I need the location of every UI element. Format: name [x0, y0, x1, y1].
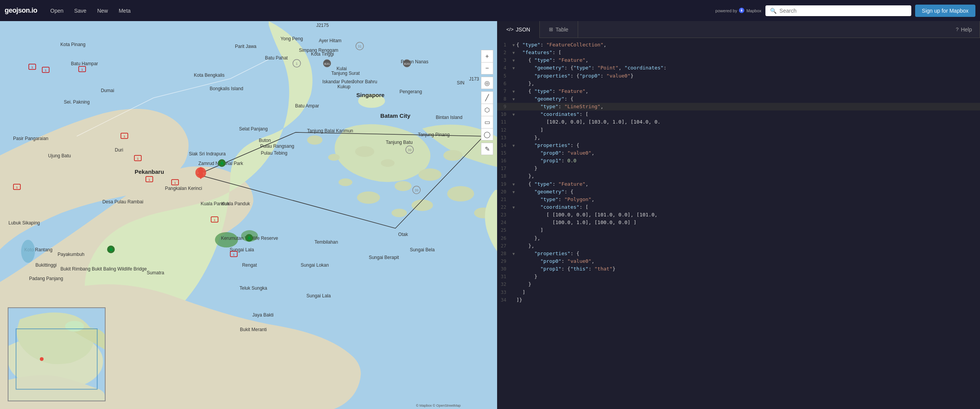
expand-button[interactable]: ▼: [511, 96, 516, 102]
json-line: 19▼ { "type": "Feature",: [497, 180, 980, 188]
expand-button: [511, 158, 516, 164]
svg-text:Batam City: Batam City: [380, 112, 411, 119]
svg-text:Sungai Lokan: Sungai Lokan: [301, 262, 329, 268]
json-content: { "type": "FeatureCollection",: [516, 41, 978, 49]
expand-button[interactable]: ▼: [511, 143, 516, 149]
line-number: 1: [497, 41, 511, 49]
save-button[interactable]: Save: [69, 5, 92, 16]
expand-button[interactable]: ▼: [511, 65, 516, 71]
expand-button: [511, 119, 516, 125]
svg-text:Sungai Lala: Sungai Lala: [230, 247, 254, 252]
minimap: [8, 307, 106, 401]
line-number: 14: [497, 142, 511, 149]
svg-text:🌲: 🌲: [220, 161, 225, 166]
expand-button[interactable]: ▼: [511, 89, 516, 95]
line-number: 6: [497, 80, 511, 87]
svg-text:Pengerang: Pengerang: [400, 89, 422, 94]
json-content: "geometry": {"type": "Point", "coordinat…: [516, 64, 978, 72]
json-content: "prop0": "value0",: [516, 149, 978, 157]
json-content: [ [100.0, 0.0], [101.0, 0.0], [101.0,: [516, 211, 978, 219]
line-number: 2: [497, 49, 511, 56]
zoom-in-button[interactable]: +: [481, 50, 493, 62]
draw-polygon-button[interactable]: ⬡: [481, 104, 493, 116]
tab-help[interactable]: ? Help: [948, 21, 980, 38]
search-input[interactable]: [780, 8, 907, 14]
line-number: 32: [497, 281, 511, 288]
svg-text:Pulau Tebing: Pulau Tebing: [261, 150, 287, 156]
svg-text:Desa Pulau Rambai: Desa Pulau Rambai: [102, 199, 144, 204]
json-content: },: [516, 242, 978, 250]
svg-text:1: 1: [124, 135, 126, 138]
svg-text:1: 1: [16, 186, 18, 189]
svg-point-8: [395, 181, 412, 191]
line-number: 21: [497, 196, 511, 203]
line-number: 23: [497, 211, 511, 219]
svg-text:Tanjung Pinang: Tanjung Pinang: [418, 132, 450, 137]
expand-button[interactable]: ▼: [511, 204, 516, 211]
svg-text:Sungai Berapit: Sungai Berapit: [369, 255, 399, 260]
expand-button: [511, 228, 516, 234]
open-button[interactable]: Open: [45, 5, 69, 16]
search-icon: 🔍: [770, 8, 777, 14]
line-number: 10: [497, 111, 511, 118]
svg-point-126: [21, 240, 35, 263]
svg-text:SIN: SIN: [457, 80, 464, 86]
draw-line-button[interactable]: ╱: [481, 91, 493, 104]
line-number: 26: [497, 235, 511, 242]
line-number: 18: [497, 173, 511, 180]
svg-point-1: [741, 10, 742, 12]
svg-text:31: 31: [358, 45, 362, 48]
svg-text:Bukittinggi: Bukittinggi: [35, 262, 56, 268]
json-line: 10▼ "coordinates": [: [497, 110, 980, 118]
line-number: 31: [497, 273, 511, 280]
svg-text:Yong Peng: Yong Peng: [281, 36, 303, 41]
svg-point-5: [328, 154, 340, 161]
expand-button[interactable]: ▼: [511, 58, 516, 64]
signup-button[interactable]: Sign up for Mapbox: [915, 5, 975, 17]
line-number: 17: [497, 165, 511, 172]
expand-button[interactable]: ▼: [511, 112, 516, 118]
tab-json[interactable]: </> JSON: [497, 21, 540, 38]
expand-button: [511, 81, 516, 87]
json-content: }: [516, 280, 978, 288]
expand-button: [511, 197, 516, 203]
expand-button[interactable]: ▼: [511, 50, 516, 56]
json-line: 14▼ "properties": {: [497, 142, 980, 149]
json-icon: </>: [506, 26, 514, 32]
expand-button[interactable]: ▼: [511, 189, 516, 195]
expand-button: [511, 104, 516, 110]
svg-text:1: 1: [149, 178, 150, 181]
map-container[interactable]: Singapore Batam City Pekanbaru Johor Bah…: [0, 21, 497, 409]
json-line: 29 "prop0": "value0",: [497, 257, 980, 265]
line-number: 12: [497, 127, 511, 134]
geolocate-button[interactable]: ◎: [481, 77, 493, 89]
svg-text:Payakumbuh: Payakumbuh: [58, 252, 84, 257]
svg-text:Kota Bengkalis: Kota Bengkalis: [194, 73, 225, 78]
expand-button[interactable]: ▼: [511, 251, 516, 257]
svg-text:Buton: Buton: [259, 138, 271, 143]
json-line: 25 ]: [497, 226, 980, 234]
svg-text:Tanjung Balai Karimun: Tanjung Balai Karimun: [307, 128, 353, 134]
json-line: 8▼ "geometry": {: [497, 95, 980, 103]
json-content: "coordinates": [: [516, 110, 978, 118]
svg-text:1: 1: [214, 218, 216, 222]
svg-text:Siak Sri Indrapura: Siak Sri Indrapura: [189, 151, 226, 157]
tab-table[interactable]: ⊞ Table: [540, 21, 578, 38]
logo[interactable]: geojson.io: [5, 7, 37, 15]
json-content: "properties": {"prop0": "value0"}: [516, 72, 978, 80]
draw-rect-button[interactable]: ▭: [481, 116, 493, 128]
new-button[interactable]: New: [92, 5, 113, 16]
json-line: 21 "type": "Polygon",: [497, 196, 980, 203]
expand-button[interactable]: ▼: [511, 42, 516, 48]
meta-button[interactable]: Meta: [113, 5, 136, 16]
svg-text:Pulau Rangsang: Pulau Rangsang: [260, 143, 294, 149]
zoom-out-button[interactable]: −: [481, 62, 493, 74]
svg-text:Kuala Panduk: Kuala Panduk: [201, 201, 230, 206]
expand-button[interactable]: ▼: [511, 181, 516, 188]
json-line: 13 },: [497, 134, 980, 142]
edit-button[interactable]: ✎: [481, 143, 493, 155]
json-line: 23 [ [100.0, 0.0], [101.0, 0.0], [101.0,: [497, 211, 980, 219]
draw-circle-button[interactable]: ◯: [481, 128, 493, 140]
json-editor[interactable]: 1▼{ "type": "FeatureCollection",2▼ "feat…: [497, 38, 980, 409]
line-number: 3: [497, 57, 511, 64]
